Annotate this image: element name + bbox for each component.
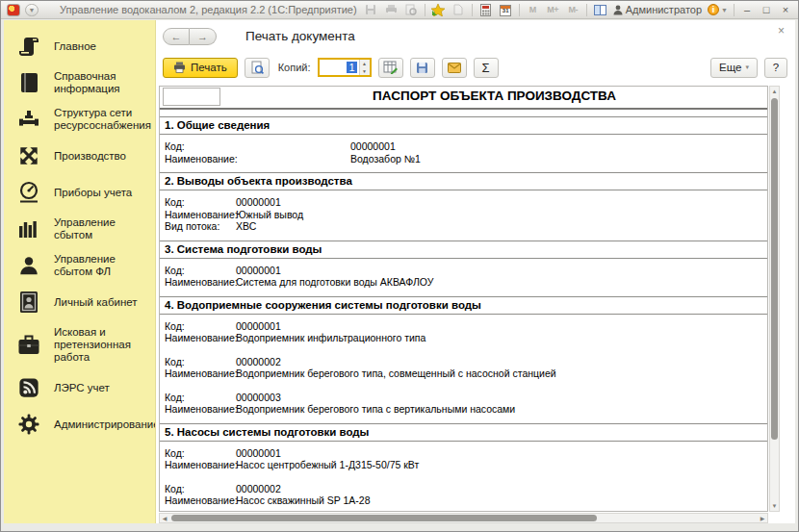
sidebar-item-struktura-seti[interactable]: Структура сети ресурсоснабжения [4, 101, 155, 138]
portrait-icon [16, 290, 41, 315]
mail-button[interactable] [442, 58, 467, 78]
help-button[interactable]: ? [764, 58, 787, 78]
sidebar-item-proizvodstvo[interactable]: Производство [4, 138, 155, 174]
print-preview-icon[interactable] [404, 3, 419, 16]
save-icon[interactable] [364, 3, 378, 16]
field-row: Наименование:Водоприемник инфильтрационн… [165, 332, 767, 344]
sidebar-item-iskovaya-rabota[interactable]: Исковая и претензионная работа [4, 320, 155, 369]
maximize-button[interactable]: □ [760, 4, 773, 15]
sidebar-item-label: Администрирование [54, 418, 156, 431]
field-value: 00000002 [236, 483, 281, 494]
print-button[interactable]: Печать [163, 58, 238, 78]
print-preview-button[interactable] [245, 58, 270, 78]
field-value: Водоприемник инфильтрационного типа [236, 332, 425, 343]
print-icon[interactable] [384, 3, 399, 16]
print-icon [173, 62, 186, 73]
copies-stepper[interactable]: ▲ ▼ [359, 60, 370, 75]
record-group: Код:00000001 Наименование:Система для по… [165, 265, 767, 289]
close-tab-button[interactable]: × [778, 24, 785, 38]
horizontal-scroll-thumb[interactable] [171, 515, 597, 521]
field-row: Наименование:Водоприемник берегового тип… [165, 367, 767, 380]
document-icon[interactable] [451, 3, 466, 16]
field-row: Код:00000002 [165, 356, 767, 368]
field-label: Наименование: [165, 332, 236, 344]
bar-chart-icon [16, 216, 41, 241]
sidebar-item-upravlenie-sbytom[interactable]: Управление сбытом [4, 211, 155, 247]
field-value: 00000001 [236, 320, 281, 332]
section-heading: 4. Водоприемные сооружения системы подго… [160, 296, 767, 315]
field-row: Вид потока:ХВС [165, 220, 767, 233]
field-row: Код:00000002 [165, 483, 767, 495]
sidebar-item-label: Управление сбытом [54, 216, 151, 241]
sidebar-item-label: Приборы учета [54, 187, 132, 199]
vertical-scrollbar[interactable]: ▲ ▼ [769, 86, 780, 512]
scroll-left-icon[interactable]: ◀ [160, 514, 169, 522]
memory-m-plus-button[interactable]: M+ [546, 3, 560, 16]
copies-input[interactable]: 1 ▲ ▼ [318, 58, 372, 77]
field-row: Код:00000001 [165, 447, 767, 460]
field-row: Наименование:Система для подготовки воды… [165, 276, 767, 289]
network-icon [16, 107, 41, 132]
toolbar: Печать Копий: 1 ▲ ▼ [163, 55, 787, 80]
sidebar-item-spravochnaya[interactable]: Справочная информация [4, 64, 155, 101]
field-value: Водоприемник берегового типа с вертикаль… [236, 403, 515, 415]
field-value: Насос центробежный 1-Д315-50/75 кВт [236, 459, 419, 470]
gauge-icon [16, 180, 41, 205]
scroll-icon [16, 34, 41, 59]
memory-m-button[interactable]: M [526, 3, 540, 16]
more-button[interactable]: Еще ▾ [710, 58, 758, 78]
sigma-icon: Σ [481, 61, 489, 75]
copies-label: Копий: [278, 62, 311, 73]
history-nav: ← → [163, 28, 217, 45]
memory-m-minus-button[interactable]: M- [566, 3, 580, 16]
field-label: Вид потока: [165, 220, 236, 233]
sidebar-item-lers-uchet[interactable]: ЛЭРС учет [4, 369, 155, 406]
minimize-button[interactable]: – [740, 4, 754, 15]
record-group: Код:00000001 Наименование:Водозабор №1 [165, 140, 767, 165]
field-row: Код:00000001 [165, 196, 767, 209]
back-button[interactable]: ← [163, 28, 190, 45]
favorites-star-icon[interactable] [431, 3, 446, 16]
sum-button[interactable]: Σ [474, 58, 499, 78]
current-user[interactable]: Администратор [613, 4, 702, 15]
scroll-down-icon[interactable]: ▼ [770, 501, 779, 511]
scroll-right-icon[interactable]: ▶ [758, 514, 767, 522]
record-group: Код:00000001 Наименование:Южный вывод Ви… [165, 196, 767, 233]
stepper-up-icon[interactable]: ▲ [360, 60, 370, 67]
sidebar-item-upravlenie-sbytom-fl[interactable]: Управление сбытом ФЛ [4, 247, 155, 284]
print-button-label: Печать [191, 62, 227, 73]
sidebar-item-label: ЛЭРС учет [54, 382, 110, 394]
sidebar-item-administrirovanie[interactable]: Администрирование [4, 406, 155, 443]
field-value: 00000003 [236, 392, 281, 403]
sidebar-item-lichny-kabinet[interactable]: Личный кабинет [4, 284, 155, 320]
save-button[interactable] [410, 58, 435, 78]
help-button-label: ? [773, 62, 779, 73]
user-name-label: Администратор [626, 4, 702, 15]
field-label: Наименование: [165, 494, 236, 507]
section-heading: 1. Общие сведения [160, 116, 767, 135]
sidebar-item-pribory-ucheta[interactable]: Приборы учета [4, 174, 155, 211]
main-menu-button[interactable]: ▼ [25, 4, 39, 16]
table-settings-button[interactable] [378, 58, 403, 78]
forward-button[interactable]: → [190, 28, 217, 45]
split-window-icon[interactable] [593, 3, 607, 16]
field-label: Код: [165, 356, 236, 368]
spreadsheet-corner-cell[interactable] [163, 88, 220, 106]
calendar-icon[interactable]: 31 [499, 3, 513, 16]
section-heading: 2. Выводы объекта производства [160, 172, 767, 190]
vertical-scroll-thumb[interactable] [771, 98, 778, 440]
scroll-up-icon[interactable]: ▲ [770, 87, 779, 96]
app-logo-1c [7, 4, 20, 16]
horizontal-scrollbar[interactable]: ◀ ▶ [159, 513, 768, 523]
more-button-label: Еще [719, 62, 741, 73]
field-value: Южный вывод [236, 209, 303, 220]
stepper-down-icon[interactable]: ▼ [360, 67, 370, 75]
field-label: Код: [165, 483, 236, 495]
sidebar-item-glavnoe[interactable]: Главное [4, 28, 155, 64]
field-row: Код:00000001 [165, 320, 767, 333]
field-row: Наименование:Южный вывод [165, 209, 767, 221]
field-value: Водозабор №1 [350, 153, 421, 165]
close-window-button[interactable]: × [779, 4, 792, 15]
calculator-icon[interactable] [478, 3, 493, 16]
info-icon[interactable]: i▼ [708, 3, 728, 16]
